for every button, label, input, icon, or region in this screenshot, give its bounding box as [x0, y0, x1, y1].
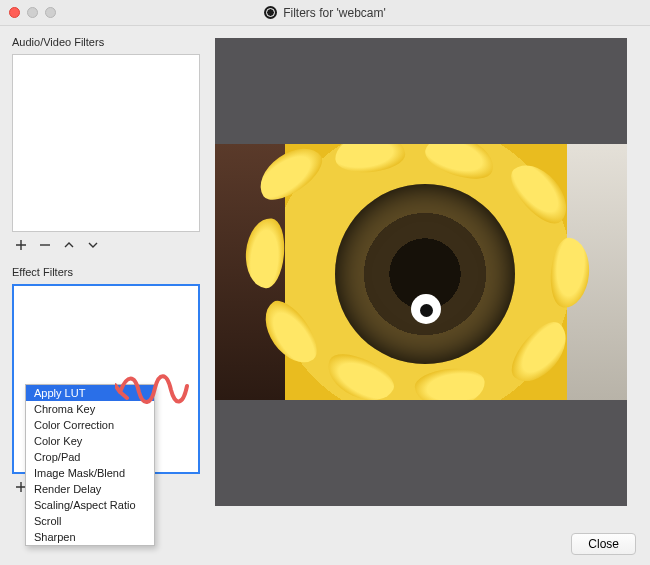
effect-filters-label: Effect Filters [12, 266, 205, 278]
chevron-up-icon [63, 239, 75, 251]
audio-video-controls [12, 232, 205, 266]
window-title-text: Filters for 'webcam' [283, 6, 386, 20]
remove-audio-filter-button[interactable] [38, 238, 52, 252]
context-menu-item[interactable]: Crop/Pad [26, 449, 154, 465]
window-title: Filters for 'webcam' [0, 6, 650, 20]
maximize-window-icon[interactable] [45, 7, 56, 18]
add-audio-filter-button[interactable] [14, 238, 28, 252]
minus-icon [39, 239, 51, 251]
context-menu-item[interactable]: Image Mask/Blend [26, 465, 154, 481]
context-menu-item[interactable]: Scroll [26, 513, 154, 529]
move-audio-filter-down-button[interactable] [86, 238, 100, 252]
context-menu-item[interactable]: Apply LUT [26, 385, 154, 401]
move-audio-filter-up-button[interactable] [62, 238, 76, 252]
context-menu-item[interactable]: Color Correction [26, 417, 154, 433]
window-titlebar: Filters for 'webcam' [0, 0, 650, 26]
preview-column: Close [215, 26, 650, 565]
context-menu-item[interactable]: Render Delay [26, 481, 154, 497]
context-menu-item[interactable]: Sharpen [26, 529, 154, 545]
close-button[interactable]: Close [571, 533, 636, 555]
audio-video-filters-list[interactable] [12, 54, 200, 232]
minimize-window-icon[interactable] [27, 7, 38, 18]
audio-video-filters-label: Audio/Video Filters [12, 36, 205, 48]
plus-icon [15, 239, 27, 251]
context-menu-item[interactable]: Chroma Key [26, 401, 154, 417]
close-window-icon[interactable] [9, 7, 20, 18]
window-traffic-lights [0, 7, 56, 18]
context-menu-item[interactable]: Scaling/Aspect Ratio [26, 497, 154, 513]
filter-preview [215, 38, 627, 506]
obs-icon [264, 6, 277, 19]
context-menu-item[interactable]: Color Key [26, 433, 154, 449]
webcam-video-thumbnail [215, 144, 627, 400]
add-filter-context-menu[interactable]: Apply LUTChroma KeyColor CorrectionColor… [25, 384, 155, 546]
chevron-down-icon [87, 239, 99, 251]
